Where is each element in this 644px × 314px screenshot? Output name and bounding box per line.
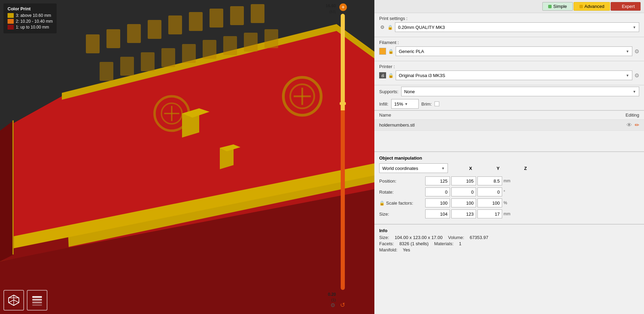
viewport-canvas <box>0 0 374 314</box>
mode-simple-button[interactable]: Simple <box>542 2 573 11</box>
svg-rect-54 <box>32 304 42 306</box>
filament-color-swatch[interactable] <box>379 48 386 55</box>
legend-swatch-3 <box>8 13 14 18</box>
printer-dropdown[interactable]: Original Prusa i3 MK3S ▼ <box>396 71 632 80</box>
legend-label-2: 2: 10.20 - 10.40 mm <box>16 19 53 24</box>
filament-dropdown[interactable]: Generic PLA ▼ <box>396 46 632 56</box>
filament-extra-icon[interactable]: ⚙ <box>634 48 639 55</box>
coord-dropdown[interactable]: World coordinates ▼ <box>379 163 448 173</box>
legend-swatch-1 <box>8 25 14 30</box>
position-label: Position: <box>379 178 424 184</box>
size-y-input[interactable] <box>451 209 476 218</box>
info-size-key: Size: <box>379 235 389 240</box>
table-row: holdernumbers.stl 👁 ✏ <box>374 120 644 131</box>
layer-slider-area: 16.60 (83) + 0.20 (1) ⚙ ↺ <box>337 3 347 311</box>
scale-lock-icon: 🔒 <box>379 201 385 206</box>
slider-thumb[interactable] <box>340 102 346 105</box>
print-settings-dropdown[interactable]: 0.20mm QUALITY MK3 ▼ <box>395 22 639 32</box>
svg-rect-51 <box>32 296 42 298</box>
info-size-row: Size: 104.00 x 123.00 x 17.00 Volume: 67… <box>379 235 639 240</box>
position-z-input[interactable] <box>477 176 502 185</box>
advanced-label: Advanced <box>585 4 605 9</box>
print-settings-section: Print settings : ⚙ 🔒 0.20mm QUALITY MK3 … <box>374 13 644 37</box>
supports-value: None <box>404 89 415 94</box>
object-eye-icon[interactable]: 👁 <box>626 122 632 128</box>
legend-title: Color Print <box>8 6 53 11</box>
svg-rect-16 <box>106 29 120 48</box>
expert-label: Expert <box>622 4 635 9</box>
printer-lock-icon: 🔒 <box>388 73 394 78</box>
brim-checkbox[interactable] <box>434 101 439 106</box>
filament-row: 🔒 Generic PLA ▼ ⚙ <box>379 46 639 56</box>
position-x-input[interactable] <box>425 176 450 185</box>
coord-selector: World coordinates ▼ X Y Z <box>379 163 639 173</box>
infill-row: Infill: 15% ▼ Brim: <box>374 98 644 110</box>
svg-rect-53 <box>32 302 42 303</box>
x-header: X <box>457 166 484 171</box>
scale-x-input[interactable] <box>425 198 450 207</box>
info-manifold-val: Yes <box>403 247 410 252</box>
rotate-label: Rotate: <box>379 190 424 195</box>
print-settings-value: 0.20mm QUALITY MK3 <box>398 25 445 30</box>
printer-section: Printer : 🖨 🔒 Original Prusa i3 MK3S ▼ ⚙ <box>374 61 644 85</box>
printer-arrow: ▼ <box>626 74 629 77</box>
mode-expert-button[interactable]: Expert <box>611 2 641 11</box>
info-facets-row: Facets: 8326 (1 shells) Materials: 1 <box>379 241 639 246</box>
color-print-legend: Color Print 3: above 10.60 mm 2: 10.20 -… <box>3 3 57 33</box>
object-edit-icon[interactable]: ✏ <box>635 122 639 128</box>
expert-dot <box>617 5 620 8</box>
position-y-input[interactable] <box>451 176 476 185</box>
slider-settings-button[interactable]: ⚙ <box>329 301 337 309</box>
svg-rect-29 <box>203 40 216 59</box>
rotate-x-input[interactable] <box>425 187 450 196</box>
svg-rect-20 <box>189 12 203 31</box>
advanced-dot <box>579 5 583 8</box>
info-materials-val: 1 <box>459 241 461 246</box>
empty-space <box>374 131 644 151</box>
table-name-header: Name <box>379 112 391 118</box>
print-lock-icon: 🔒 <box>387 24 393 30</box>
object-table: Name Editing holdernumbers.stl 👁 ✏ <box>374 110 644 131</box>
filament-arrow: ▼ <box>626 50 629 53</box>
info-facets-key: Facets: <box>379 241 394 246</box>
infill-arrow: ▼ <box>405 102 408 106</box>
legend-label-1: 1: up to 10.00 mm <box>16 25 49 30</box>
svg-rect-32 <box>264 29 278 48</box>
supports-arrow: ▼ <box>633 90 636 94</box>
slider-plus-button[interactable]: + <box>339 3 347 11</box>
info-size-val: 104.00 x 123.00 x 17.00 <box>395 235 443 240</box>
layer-view-button[interactable] <box>27 290 47 311</box>
printer-extra-icon[interactable]: ⚙ <box>634 72 639 79</box>
svg-rect-22 <box>230 6 244 25</box>
rotate-z-input[interactable] <box>477 187 502 196</box>
rotate-y-input[interactable] <box>451 187 476 196</box>
infill-dropdown[interactable]: 15% ▼ <box>391 99 419 109</box>
svg-line-50 <box>14 300 19 303</box>
y-header: Y <box>484 166 512 171</box>
size-row: Size: mm <box>379 209 639 218</box>
info-volume-key: Volume: <box>448 235 464 240</box>
svg-line-49 <box>9 300 14 303</box>
svg-rect-52 <box>32 299 42 301</box>
size-x-input[interactable] <box>425 209 450 218</box>
print-settings-row: ⚙ 🔒 0.20mm QUALITY MK3 ▼ <box>379 22 639 32</box>
rotate-unit: ° <box>504 190 510 194</box>
supports-label: Supports: <box>379 89 398 94</box>
slider-reset-button[interactable]: ↺ <box>339 301 346 309</box>
scale-y-input[interactable] <box>451 198 476 207</box>
cube-view-button[interactable] <box>3 290 24 311</box>
rotate-row: Rotate: ° <box>379 187 639 196</box>
printer-label: Printer : <box>379 64 639 69</box>
object-table-header: Name Editing <box>374 111 644 120</box>
svg-rect-17 <box>127 24 141 43</box>
scale-z-input[interactable] <box>477 198 502 207</box>
mode-advanced-button[interactable]: Advanced <box>574 2 610 11</box>
position-row: Position: mm <box>379 176 639 185</box>
size-z-input[interactable] <box>477 209 502 218</box>
slider-track-container[interactable] <box>340 14 346 290</box>
simple-label: Simple <box>553 4 567 9</box>
info-manifold-key: Manifold: <box>379 247 397 252</box>
supports-dropdown[interactable]: None ▼ <box>401 87 639 96</box>
legend-item-3: 3: above 10.60 mm <box>8 13 53 18</box>
legend-label-3: 3: above 10.60 mm <box>16 13 51 18</box>
